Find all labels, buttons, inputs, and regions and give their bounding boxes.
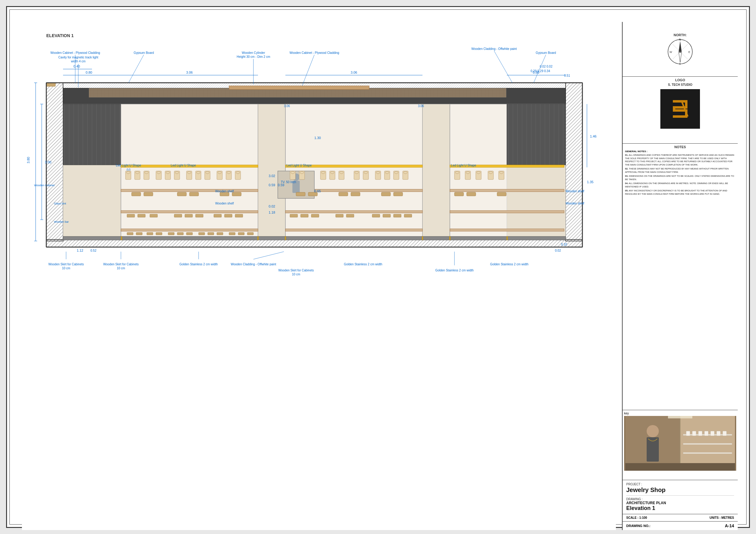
note-3: 03. DIMENSIONS ON THE DRAWINGS ARE NOT T… xyxy=(625,175,735,181)
logo-svg xyxy=(665,94,695,124)
svg-rect-90 xyxy=(177,192,186,196)
elevation-svg: ELEVATION 1 xyxy=(22,22,616,530)
svg-text:Wooden Cabinet - Plywood Cladd: Wooden Cabinet - Plywood Cladding xyxy=(289,51,339,55)
svg-rect-285 xyxy=(705,431,708,436)
svg-text:N: N xyxy=(679,38,681,41)
svg-text:Height 30 cm - Dim 2 cm: Height 30 cm - Dim 2 cm xyxy=(237,55,270,59)
svg-text:width 4 cm: width 4 cm xyxy=(71,60,86,63)
svg-text:3.02: 3.02 xyxy=(269,174,275,178)
note-1: 01. ALL DRAWINGS AND COPIES THEREOF ARE … xyxy=(625,154,735,166)
svg-text:E: E xyxy=(688,51,690,54)
project-section: PROJECT : Jewelry Shop DRAWING : ARCHITE… xyxy=(623,480,738,514)
svg-text:Led Light U Shape: Led Light U Shape xyxy=(171,164,196,167)
svg-rect-141 xyxy=(296,192,305,196)
svg-rect-180 xyxy=(506,237,508,240)
notes-label: NOTES xyxy=(625,145,735,149)
svg-rect-88 xyxy=(132,192,141,196)
svg-text:3.00: 3.00 xyxy=(45,160,51,164)
svg-text:Gypsum Board: Gypsum Board xyxy=(536,51,556,55)
north-section: NORTH: E W N xyxy=(623,22,738,77)
note-4: 04. ALL DIMENSIONS ON THE DRAWINGS ARE I… xyxy=(625,182,735,188)
svg-rect-11 xyxy=(46,240,582,247)
svg-text:Wooden Skirt for Cabinets: Wooden Skirt for Cabinets xyxy=(279,269,314,272)
logo-image xyxy=(661,89,700,129)
svg-text:Wooden shelf: Wooden shelf xyxy=(215,202,234,205)
scale-section: SCALE : 1:100 UNITS : METRES xyxy=(623,514,738,521)
notes-section: NOTES GENERAL NOTES : 01. ALL DRAWINGS A… xyxy=(623,143,738,410)
svg-line-231 xyxy=(534,55,546,83)
svg-text:Led Light U Shape: Led Light U Shape xyxy=(286,164,312,167)
svg-rect-113 xyxy=(229,233,235,235)
svg-text:10 cm: 10 cm xyxy=(62,267,70,270)
svg-rect-166 xyxy=(454,192,464,196)
svg-rect-89 xyxy=(144,192,153,196)
svg-line-256 xyxy=(254,252,284,259)
svg-line-229 xyxy=(494,51,512,83)
svg-rect-112 xyxy=(217,233,223,235)
svg-rect-61 xyxy=(450,189,564,192)
key-image xyxy=(624,416,736,471)
svg-rect-94 xyxy=(127,214,135,217)
svg-rect-281 xyxy=(683,452,732,454)
right-panel: NORTH: E W N xyxy=(622,22,738,530)
svg-rect-155 xyxy=(404,214,412,217)
svg-line-227 xyxy=(302,55,314,86)
svg-rect-174 xyxy=(63,237,566,240)
svg-rect-111 xyxy=(208,233,214,235)
svg-rect-273 xyxy=(665,94,695,124)
svg-text:Golden Stainless 2 cm width: Golden Stainless 2 cm width xyxy=(179,263,218,266)
svg-text:Wooden Cabinet - Plywood Cladd: Wooden Cabinet - Plywood Cladding xyxy=(50,51,100,55)
note-5: 05. ANY INCONSISTENCY OR DISCREPANCY IS … xyxy=(625,189,735,196)
svg-rect-287 xyxy=(717,431,720,436)
studio-name: S. TECH STUDIO xyxy=(668,83,692,87)
svg-text:0.02: 0.02 xyxy=(269,204,275,208)
svg-rect-114 xyxy=(238,233,244,235)
svg-text:1.12: 1.12 xyxy=(77,249,83,252)
svg-text:Wooden Skirt for Cabinets: Wooden Skirt for Cabinets xyxy=(103,263,139,266)
svg-rect-108 xyxy=(177,233,183,235)
svg-rect-104 xyxy=(136,233,142,235)
svg-rect-60 xyxy=(285,229,422,231)
svg-rect-109 xyxy=(186,233,193,235)
svg-text:Cavity for magnetic track ligh: Cavity for magnetic track light xyxy=(58,56,98,59)
page: ELEVATION 1 xyxy=(0,0,756,534)
svg-marker-266 xyxy=(679,52,682,63)
svg-rect-62 xyxy=(450,211,564,213)
logo-label: LOGO xyxy=(675,78,685,82)
svg-rect-169 xyxy=(497,192,506,196)
svg-text:Wooden Cabinet: Wooden Cabinet xyxy=(34,184,55,187)
key-section: key xyxy=(623,410,738,480)
svg-rect-95 xyxy=(138,214,145,217)
svg-text:(U): (U) xyxy=(127,168,131,171)
svg-rect-145 xyxy=(381,192,391,196)
svg-rect-179 xyxy=(449,237,450,240)
svg-text:Wooden bar: Wooden bar xyxy=(54,220,69,223)
svg-rect-148 xyxy=(301,214,308,217)
drawing-number: A-14 xyxy=(725,523,734,528)
svg-rect-55 xyxy=(121,189,258,192)
svg-rect-56 xyxy=(121,211,258,213)
svg-rect-91 xyxy=(189,192,199,196)
svg-rect-292 xyxy=(668,416,692,419)
svg-rect-115 xyxy=(247,233,254,235)
svg-rect-168 xyxy=(46,83,55,87)
svg-rect-98 xyxy=(185,214,193,217)
key-label: key xyxy=(624,412,736,415)
svg-text:1.35: 1.35 xyxy=(587,180,593,184)
svg-line-222 xyxy=(128,55,144,83)
svg-text:3.80: 3.80 xyxy=(26,157,30,164)
svg-rect-286 xyxy=(711,431,714,436)
svg-rect-176 xyxy=(257,237,258,240)
svg-text:0.29 0.29 0.34: 0.29 0.29 0.34 xyxy=(530,69,550,73)
drawing-name: Elevation 1 xyxy=(626,505,734,512)
svg-rect-10 xyxy=(566,83,582,241)
svg-rect-110 xyxy=(199,233,205,235)
svg-rect-101 xyxy=(225,214,232,217)
logo-section: LOGO S. TECH STUDIO xyxy=(623,77,738,143)
svg-point-289 xyxy=(647,425,659,437)
svg-text:0.02: 0.02 xyxy=(555,249,561,252)
svg-marker-265 xyxy=(679,41,682,52)
svg-text:10 cm: 10 cm xyxy=(117,267,125,270)
drawing-no-label: DRAWING NO.: xyxy=(626,524,650,528)
svg-rect-102 xyxy=(235,214,243,217)
